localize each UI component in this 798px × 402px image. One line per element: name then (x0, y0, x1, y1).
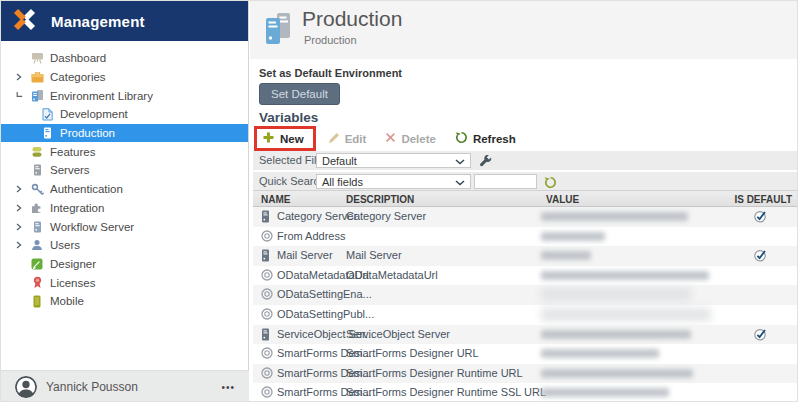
sidebar-item-production[interactable]: Production (1, 124, 248, 143)
workflow-server-icon (29, 221, 45, 233)
chevron-right-icon[interactable] (16, 73, 29, 81)
app-title: Management (51, 13, 145, 30)
sidebar-item-licenses[interactable]: Licenses (1, 273, 248, 292)
redacted-value (541, 232, 605, 241)
environment-library-icon (29, 89, 45, 102)
column-header-value[interactable]: VALUE (546, 194, 579, 205)
sidebar-item-users[interactable]: Users (1, 236, 248, 255)
redacted-value (541, 369, 693, 378)
mobile-icon (29, 295, 45, 308)
variable-description: Category Server (346, 210, 426, 222)
licenses-icon (29, 276, 45, 289)
new-button[interactable]: New (262, 131, 304, 146)
table-row[interactable]: Mail ServerMail Server (253, 246, 798, 266)
sidebar-item-environment-library[interactable]: Environment Library (1, 86, 248, 105)
at-field-icon (261, 288, 273, 302)
sidebar-item-mobile[interactable]: Mobile (1, 292, 248, 311)
page-title: Production (302, 7, 402, 31)
chevron-right-icon[interactable] (16, 223, 29, 231)
user-avatar-icon[interactable] (15, 376, 37, 398)
redacted-value (541, 271, 709, 280)
refresh-button[interactable]: Refresh (455, 131, 516, 146)
variable-description: ODataMetadataUrl (346, 269, 438, 281)
refresh-icon (455, 131, 468, 146)
sidebar-footer: Yannick Pousson ••• (1, 370, 249, 402)
user-menu-ellipsis-icon[interactable]: ••• (221, 382, 235, 393)
sidebar-item-categories[interactable]: Categories (1, 68, 248, 87)
management-console-window: Management DashboardCategoriesEnvironmen… (0, 0, 798, 402)
sidebar-item-dashboard[interactable]: Dashboard (1, 49, 248, 68)
table-row[interactable]: ODataMetadataUrlODataMetadataUrl (253, 266, 798, 286)
sidebar-item-designer[interactable]: Designer (1, 255, 248, 274)
pencil-icon (328, 132, 340, 146)
redacted-value (541, 251, 591, 260)
at-field-icon (261, 347, 273, 361)
sidebar-nav: DashboardCategoriesEnvironment LibraryDe… (1, 49, 248, 311)
table-body: Category ServerCategory ServerFrom Addre… (253, 207, 798, 402)
table-row[interactable]: SmartForms Desi...SmartForms Designer Ru… (253, 364, 798, 384)
table-row[interactable]: SmartForms Desi...SmartForms Designer Ru… (253, 383, 798, 402)
table-row[interactable]: From Address (253, 227, 798, 247)
tree-expanded-icon[interactable] (16, 92, 29, 99)
sidebar-item-servers[interactable]: Servers (1, 161, 248, 180)
redacted-value (541, 288, 691, 301)
selected-filter-value: Default (322, 155, 357, 167)
wrench-icon[interactable] (479, 154, 492, 172)
set-default-button[interactable]: Set Default (259, 83, 340, 105)
at-field-icon (261, 367, 273, 381)
selected-filter-select[interactable]: Default (316, 153, 471, 168)
table-row[interactable]: SmartForms Desi...SmartForms Designer UR… (253, 344, 798, 364)
chevron-down-icon (455, 155, 465, 167)
toolbar-button-label: Edit (345, 133, 367, 145)
quick-search-input[interactable] (474, 174, 537, 189)
selected-filter-row: Selected Filter: Default (253, 151, 798, 170)
variable-description: SmartForms Designer URL (346, 347, 479, 359)
features-icon (29, 146, 45, 158)
table-row[interactable]: ServiceObject Ser...ServiceObject Server (253, 325, 798, 345)
variable-name: ODataSettingEna... (277, 288, 372, 300)
sidebar-item-label: Development (60, 108, 128, 120)
sidebar: Management DashboardCategoriesEnvironmen… (1, 1, 249, 402)
sidebar-header: Management (1, 1, 248, 41)
edit-button: Edit (328, 132, 367, 146)
toolbar-button-label: Refresh (473, 133, 516, 145)
at-field-icon (261, 269, 273, 283)
chevron-right-icon[interactable] (16, 204, 29, 212)
sidebar-item-features[interactable]: Features (1, 142, 248, 161)
plus-icon (262, 131, 275, 146)
dashboard-icon (29, 52, 45, 64)
sidebar-item-development[interactable]: Development (1, 105, 248, 124)
chevron-right-icon[interactable] (16, 241, 29, 249)
is-default-check-icon (754, 328, 769, 343)
column-header-is-default[interactable]: IS DEFAULT (734, 194, 792, 205)
at-field-icon (261, 308, 273, 322)
sidebar-item-label: Dashboard (50, 52, 106, 64)
column-header-description[interactable]: DESCRIPTION (346, 194, 414, 205)
delete-x-icon (385, 132, 396, 145)
table-row[interactable]: ODataSettingEna... (253, 285, 798, 305)
variables-heading: Variables (259, 110, 318, 125)
sidebar-item-workflow-server[interactable]: Workflow Server (1, 217, 248, 236)
sidebar-item-label: Authentication (50, 183, 123, 195)
variable-description: SmartForms Designer Runtime SSL URL (346, 386, 546, 398)
authentication-icon (29, 183, 45, 196)
redacted-value (541, 212, 688, 221)
column-header-name[interactable]: NAME (261, 194, 290, 205)
table-row[interactable]: Category ServerCategory Server (253, 207, 798, 227)
server-icon (261, 249, 270, 264)
quick-search-field-select[interactable]: All fields (316, 174, 471, 189)
toolbar-button-label: Delete (401, 133, 436, 145)
at-field-icon (261, 230, 273, 244)
variable-name: ODataSettingPubl... (277, 308, 374, 320)
development-icon (39, 108, 55, 121)
sidebar-item-integration[interactable]: Integration (1, 199, 248, 218)
integration-icon (29, 202, 45, 214)
chevron-right-icon[interactable] (16, 185, 29, 193)
quick-search-row: Quick Search: All fields (253, 172, 798, 191)
categories-icon (29, 72, 45, 83)
chevron-down-icon (455, 176, 465, 188)
sidebar-item-authentication[interactable]: Authentication (1, 180, 248, 199)
table-row[interactable]: ODataSettingPubl... (253, 305, 798, 325)
page-subtitle: Production (304, 34, 357, 46)
sidebar-item-label: Users (50, 239, 80, 251)
